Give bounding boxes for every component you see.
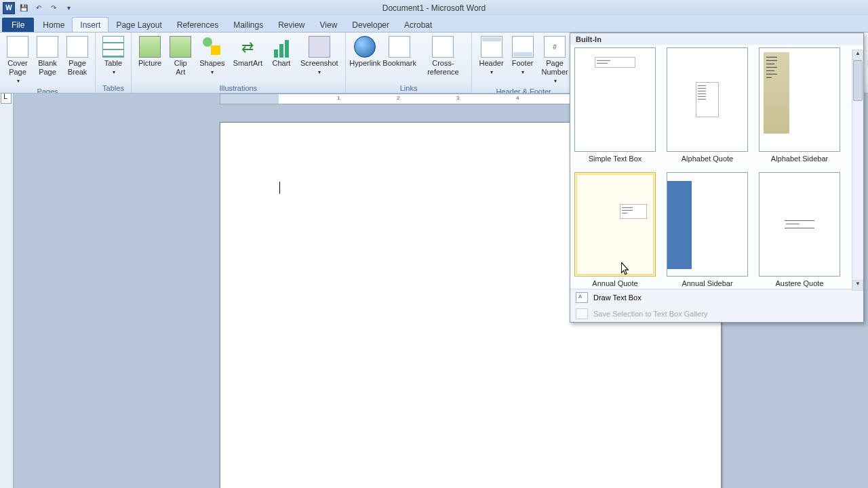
scroll-down-arrow[interactable]: ▼ <box>852 280 863 291</box>
footer-icon <box>512 36 534 58</box>
tab-developer[interactable]: Developer <box>344 18 397 32</box>
footer-button[interactable]: Footer▾ <box>508 34 538 77</box>
cover-page-label: Cover Page <box>7 59 27 77</box>
tab-acrobat[interactable]: Acrobat <box>397 18 439 32</box>
text-box-gallery: Built-In ▬▬▬▬▬▬▬▬▬ Simple Text Box ▬▬▬▬▬… <box>570 33 864 323</box>
shapes-icon <box>201 36 223 58</box>
save-selection-menuitem: Save Selection to Text Box Gallery <box>570 306 863 322</box>
qat-save-button[interactable]: 💾 <box>18 2 30 14</box>
picture-label: Picture <box>138 59 161 68</box>
gallery-item-label: Simple Text Box <box>589 155 642 163</box>
window-title: Document1 - Microsoft Word <box>382 3 486 13</box>
qat-undo-button[interactable]: ↶ <box>33 2 45 14</box>
cross-reference-button[interactable]: Cross-reference <box>417 34 469 77</box>
gallery-item-label: Alphabet Quote <box>682 155 733 163</box>
page-break-icon <box>66 36 88 58</box>
group-label-header-footer: Header & Footer <box>472 87 574 94</box>
gallery-item-alphabet-sidebar[interactable]: ▬▬▬▬▬▬▬▬▬▬▬▬▬▬▬▬▬▬▬▬▬▬▬▬ Alphabet Sideba… <box>759 47 840 163</box>
header-button[interactable]: Header▾ <box>475 34 507 77</box>
group-label-tables: Tables <box>96 83 131 93</box>
shapes-label: Shapes <box>199 59 224 68</box>
dropdown-caret-icon: ▾ <box>490 68 493 77</box>
gallery-item-alphabet-quote[interactable]: ▬▬▬▬▬▬▬▬▬▬▬▬▬▬▬▬▬▬ Alphabet Quote <box>667 47 748 163</box>
page-number-button[interactable]: # Page Number▾ <box>538 34 572 85</box>
gallery-item-annual-sidebar[interactable]: Annual Sidebar <box>667 172 748 287</box>
chart-button[interactable]: Chart <box>267 34 296 68</box>
ribbon-tab-strip: File Home Insert Page Layout References … <box>0 16 868 33</box>
draw-text-box-menuitem[interactable]: A Draw Text Box <box>570 289 863 306</box>
dropdown-caret-icon: ▾ <box>554 77 557 85</box>
dropdown-caret-icon: ▾ <box>17 77 20 85</box>
clip-art-icon <box>170 36 191 58</box>
hyperlink-icon <box>354 36 376 58</box>
bookmark-icon <box>389 36 410 58</box>
footer-label: Footer <box>512 59 534 68</box>
ruler-number: 3 <box>456 95 459 101</box>
tab-file[interactable]: File <box>2 18 34 32</box>
ribbon-group-links: Hyperlink Bookmark Cross-reference Links <box>346 33 473 93</box>
bookmark-button[interactable]: Bookmark <box>382 34 417 68</box>
gallery-scrollbar[interactable]: ▲ ▼ <box>852 49 863 291</box>
gallery-item-simple-text-box[interactable]: ▬▬▬▬▬▬▬▬▬ Simple Text Box <box>574 47 656 163</box>
scroll-thumb[interactable] <box>853 60 863 101</box>
screenshot-label: Screenshot <box>300 59 338 68</box>
gallery-footer: A Draw Text Box Save Selection to Text B… <box>570 289 863 322</box>
header-icon <box>481 36 502 58</box>
clip-art-button[interactable]: Clip Art <box>165 34 195 77</box>
picture-icon <box>139 36 161 58</box>
tab-home[interactable]: Home <box>35 18 72 32</box>
group-label-illustrations: Illustrations <box>132 83 345 93</box>
smartart-button[interactable]: ⇄ SmartArt <box>229 34 267 68</box>
ribbon-group-tables: Table▾ Tables <box>96 33 132 93</box>
tab-page-layout[interactable]: Page Layout <box>108 18 169 32</box>
page-break-button[interactable]: Page Break <box>62 34 92 77</box>
dropdown-caret-icon: ▾ <box>211 68 214 77</box>
gallery-grid: ▬▬▬▬▬▬▬▬▬ Simple Text Box ▬▬▬▬▬▬▬▬▬▬▬▬▬▬… <box>570 45 863 289</box>
ribbon-group-header-footer: Header▾ Footer▾ # Page Number▾ Header & … <box>472 33 575 93</box>
ruler-number: 4 <box>516 95 519 101</box>
tab-insert[interactable]: Insert <box>72 17 108 32</box>
ruler-number: 1 <box>337 95 340 101</box>
gallery-item-label: Austere Quote <box>776 279 824 287</box>
shapes-button[interactable]: Shapes▾ <box>195 34 229 77</box>
qat-redo-button[interactable]: ↷ <box>47 2 60 14</box>
tab-selector[interactable]: └ <box>1 93 12 104</box>
blank-page-button[interactable]: Blank Page <box>33 34 62 77</box>
scroll-up-arrow[interactable]: ▲ <box>852 49 863 60</box>
group-label-pages: Pages <box>0 87 95 94</box>
scroll-track[interactable] <box>852 60 863 280</box>
page-break-label: Page Break <box>68 59 87 77</box>
table-label: Table <box>104 59 122 68</box>
qat-customize-button[interactable]: ▾ <box>62 2 75 14</box>
blank-page-label: Blank Page <box>38 59 57 77</box>
tab-references[interactable]: References <box>170 18 226 32</box>
tab-view[interactable]: View <box>313 18 345 32</box>
tab-review[interactable]: Review <box>271 18 312 32</box>
page-number-label: Page Number <box>542 59 568 77</box>
gallery-item-annual-quote[interactable]: ▬▬▬▬▬▬▬▬▬▬ Annual Quote <box>574 172 656 287</box>
gallery-item-label: Annual Sidebar <box>682 279 732 287</box>
table-button[interactable]: Table▾ <box>98 34 128 77</box>
group-label-links: Links <box>346 83 472 93</box>
bookmark-label: Bookmark <box>382 59 416 68</box>
tab-mailings[interactable]: Mailings <box>226 18 271 32</box>
word-app-icon[interactable]: W <box>3 2 15 14</box>
hyperlink-label: Hyperlink <box>349 59 380 68</box>
cross-reference-label: Cross-reference <box>421 59 465 77</box>
draw-text-box-label: Draw Text Box <box>593 293 642 302</box>
dropdown-caret-icon: ▾ <box>113 68 115 77</box>
cover-page-button[interactable]: Cover Page▾ <box>3 34 33 85</box>
cover-page-icon <box>7 36 28 58</box>
gallery-item-austere-quote[interactable]: ▬▬▬▬▬ Austere Quote <box>759 172 840 287</box>
screenshot-button[interactable]: Screenshot▾ <box>296 34 342 77</box>
gallery-header: Built-In <box>570 33 863 45</box>
dropdown-caret-icon: ▾ <box>318 68 321 77</box>
save-selection-icon <box>576 308 588 319</box>
save-selection-label: Save Selection to Text Box Gallery <box>593 310 708 318</box>
page-number-icon: # <box>544 36 566 58</box>
hyperlink-button[interactable]: Hyperlink <box>349 34 382 68</box>
smartart-icon: ⇄ <box>237 36 258 58</box>
quick-access-toolbar: W 💾 ↶ ↷ ▾ <box>0 2 75 14</box>
table-icon <box>102 36 124 58</box>
picture-button[interactable]: Picture <box>134 34 165 68</box>
